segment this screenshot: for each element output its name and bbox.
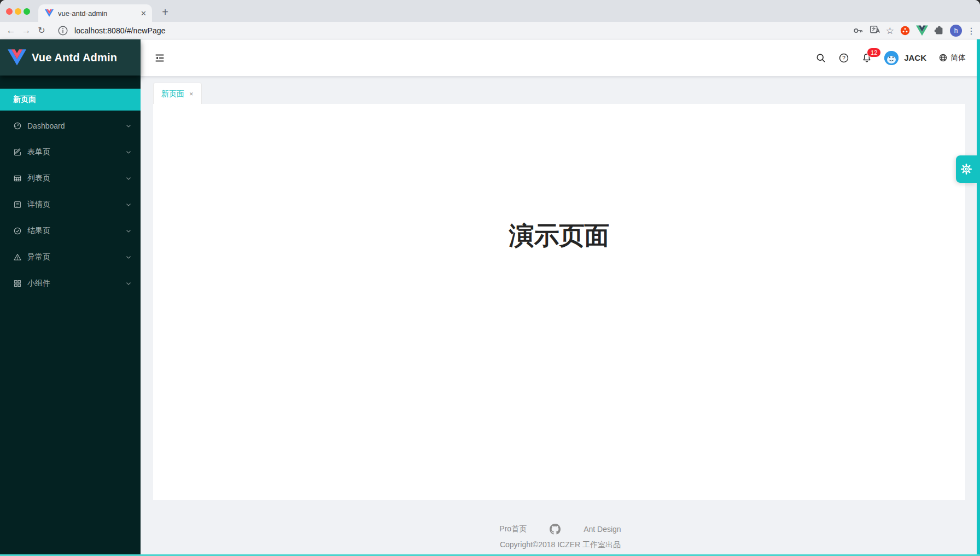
chevron-down-icon (125, 123, 132, 129)
page-card: 演示页面 (153, 104, 965, 500)
browser-toolbar: ← → ↻ localhost:8080/#/newPage (0, 22, 980, 39)
form-icon (13, 148, 22, 157)
user-menu[interactable]: JACK (884, 51, 926, 65)
sidebar-menu: 新页面 Dashboard (0, 89, 141, 299)
footer-link-ant-design[interactable]: Ant Design (584, 525, 621, 534)
language-label: 简体 (950, 53, 966, 63)
vue-favicon-icon (45, 9, 54, 17)
page-tab-new-page[interactable]: 新页面 × (153, 83, 202, 105)
notification-badge: 12 (867, 48, 881, 57)
vue-devtools-icon[interactable] (916, 25, 928, 37)
reload-icon[interactable]: ↻ (34, 23, 49, 38)
settings-drawer-button[interactable] (956, 155, 977, 183)
window-close-button[interactable] (6, 8, 13, 15)
page-title: 演示页面 (153, 104, 965, 253)
sidebar-item-list[interactable]: 列表页 (0, 167, 141, 189)
sidebar-item-result[interactable]: 结果页 (0, 220, 141, 242)
sidebar-item-new-page[interactable]: 新页面 (0, 89, 141, 111)
page-footer: Pro首页 Ant Design Copyright©2018 ICZER 工作… (141, 524, 980, 550)
sidebar-item-detail[interactable]: 详情页 (0, 194, 141, 216)
header-actions: ? 12 (815, 39, 966, 76)
github-icon[interactable] (550, 524, 561, 535)
sidebar-item-dashboard[interactable]: Dashboard (0, 115, 141, 137)
browser-tab-title: vue-antd-admin (58, 9, 141, 18)
block-icon (13, 279, 22, 288)
language-selector[interactable]: 简体 (938, 53, 966, 63)
screen: vue-antd-admin ✕ + ← → ↻ localhost:8080/… (0, 0, 980, 556)
app-logo[interactable]: Vue Antd Admin (0, 39, 141, 76)
sidebar-item-widgets[interactable]: 小组件 (0, 273, 141, 294)
toolbar-right-icons: ☆ h ⋮ (852, 22, 976, 39)
extensions-puzzle-icon[interactable] (933, 25, 945, 37)
check-circle-icon (13, 227, 22, 235)
browser-tab-strip: vue-antd-admin ✕ + (0, 0, 980, 22)
dashboard-icon (13, 121, 22, 130)
sidebar-item-form[interactable]: 表单页 (0, 141, 141, 163)
profile-icon (13, 200, 22, 209)
window-minimize-button[interactable] (15, 8, 21, 15)
browser-tab[interactable]: vue-antd-admin ✕ (38, 4, 152, 22)
page-info-icon[interactable] (57, 25, 69, 37)
back-icon[interactable]: ← (3, 23, 19, 38)
password-key-icon[interactable] (852, 25, 864, 37)
content-area: 新页面 × 演示页面 Pro首页 Ant Design Copyright©20… (141, 76, 980, 556)
bookmark-star-icon[interactable]: ☆ (886, 25, 894, 37)
gear-icon (960, 163, 973, 176)
browser-menu-icon[interactable]: ⋮ (967, 26, 976, 36)
drawer-edge-strip[interactable] (977, 39, 980, 556)
chevron-down-icon (125, 149, 132, 155)
footer-link-pro-home[interactable]: Pro首页 (499, 524, 527, 534)
chevron-down-icon (125, 175, 132, 182)
table-icon (13, 174, 22, 183)
username: JACK (904, 53, 926, 62)
forward-icon[interactable]: → (19, 23, 34, 38)
chevron-down-icon (125, 228, 132, 234)
browser-tab-close-icon[interactable]: ✕ (141, 9, 147, 18)
app-header: ? 12 (141, 39, 980, 76)
search-icon[interactable] (815, 53, 826, 63)
vue-logo-icon (8, 49, 26, 66)
browser-profile-avatar[interactable]: h (950, 25, 962, 37)
translate-icon[interactable] (869, 25, 881, 37)
menu-fold-icon[interactable] (154, 52, 166, 64)
new-tab-button[interactable]: + (158, 4, 173, 20)
warning-icon (13, 253, 22, 262)
chevron-down-icon (125, 280, 132, 287)
window-zoom-button[interactable] (24, 8, 30, 15)
chevron-down-icon (125, 201, 132, 208)
user-avatar (884, 51, 899, 65)
sidebar: Vue Antd Admin 新页面 Dashboard (0, 39, 141, 556)
app-title: Vue Antd Admin (32, 51, 117, 64)
svg-text:?: ? (842, 55, 845, 61)
notification-bell-icon[interactable]: 12 (861, 53, 872, 63)
copyright: Copyright©2018 ICZER 工作室出品 (141, 540, 980, 550)
sidebar-item-exception[interactable]: 异常页 (0, 246, 141, 268)
chevron-down-icon (125, 254, 132, 260)
extension-orange-icon[interactable] (899, 25, 911, 37)
tab-close-icon[interactable]: × (189, 90, 194, 98)
help-icon[interactable]: ? (838, 53, 849, 63)
globe-icon (938, 53, 948, 62)
address-bar[interactable]: localhost:8080/#/newPage (74, 26, 166, 35)
